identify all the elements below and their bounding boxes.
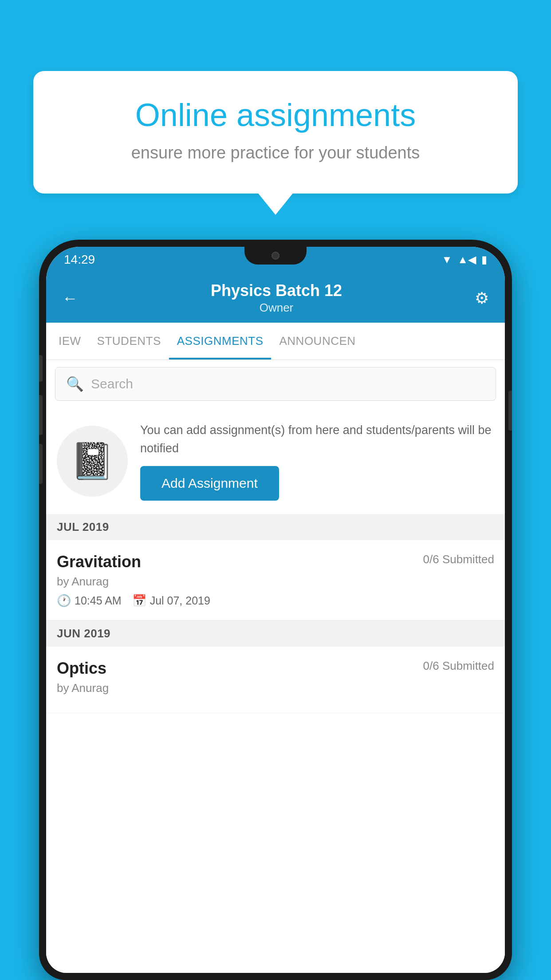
search-bar[interactable]: 🔍 Search: [55, 367, 496, 401]
search-placeholder: Search: [91, 376, 133, 391]
assignment-time: 10:45 AM: [75, 594, 122, 607]
assignment-author-optics: by Anurag: [57, 681, 494, 695]
search-icon: 🔍: [66, 375, 84, 392]
silent-button: [39, 444, 43, 484]
app-header: ← Physics Batch 12 Owner ⚙: [46, 273, 505, 323]
tab-assignments[interactable]: ASSIGNMENTS: [169, 323, 272, 360]
meta-date: 📅 Jul 07, 2019: [132, 594, 210, 608]
back-button[interactable]: ←: [62, 289, 78, 308]
phone-frame: 14:29 ▼ ▲◀ ▮ ← Physics Batch 12 Owner ⚙ …: [39, 240, 512, 980]
assignment-submitted: 0/6 Submitted: [423, 553, 494, 566]
add-assignment-description: You can add assignment(s) from here and …: [140, 421, 494, 457]
battery-icon: ▮: [481, 253, 487, 266]
assignment-author: by Anurag: [57, 575, 494, 589]
assignment-name-optics: Optics: [57, 659, 106, 678]
signal-icon: ▲◀: [457, 253, 476, 266]
section-header-jun: JUN 2019: [46, 620, 505, 647]
assignment-item-optics[interactable]: Optics 0/6 Submitted by Anurag: [46, 647, 505, 713]
assignment-icon-circle: 📓: [57, 426, 128, 497]
tab-announcements[interactable]: ANNOUNCEN: [271, 323, 363, 360]
tab-iew[interactable]: IEW: [51, 323, 89, 360]
add-assignment-section: 📓 You can add assignment(s) from here an…: [46, 408, 505, 514]
status-icons: ▼ ▲◀ ▮: [441, 253, 487, 266]
assignment-item-gravitation[interactable]: Gravitation 0/6 Submitted by Anurag 🕐 10…: [46, 540, 505, 620]
assignment-meta: 🕐 10:45 AM 📅 Jul 07, 2019: [57, 594, 494, 608]
front-camera: [272, 252, 279, 260]
meta-time: 🕐 10:45 AM: [57, 594, 122, 608]
volume-down-button: [39, 395, 43, 435]
assignment-name: Gravitation: [57, 553, 141, 571]
tab-students[interactable]: STUDENTS: [89, 323, 169, 360]
header-title: Physics Batch 12: [78, 281, 475, 300]
search-container: 🔍 Search: [46, 360, 505, 408]
phone-screen: 14:29 ▼ ▲◀ ▮ ← Physics Batch 12 Owner ⚙ …: [46, 247, 505, 973]
assignment-submitted-optics: 0/6 Submitted: [423, 659, 494, 673]
clock-icon: 🕐: [57, 594, 71, 608]
status-bar: 14:29 ▼ ▲◀ ▮: [46, 247, 505, 273]
assignment-item-header-optics: Optics 0/6 Submitted: [57, 659, 494, 678]
notch: [244, 247, 307, 265]
volume-up-button: [39, 355, 43, 382]
status-time: 14:29: [64, 253, 95, 267]
settings-button[interactable]: ⚙: [475, 289, 489, 308]
power-button: [508, 391, 512, 431]
speech-bubble-title: Online assignments: [69, 98, 482, 133]
section-header-jul: JUL 2019: [46, 514, 505, 540]
tabs-bar: IEW STUDENTS ASSIGNMENTS ANNOUNCEN: [46, 323, 505, 360]
notebook-icon: 📓: [70, 440, 114, 482]
header-title-wrap: Physics Batch 12 Owner: [78, 281, 475, 315]
add-assignment-button[interactable]: Add Assignment: [140, 466, 279, 501]
speech-bubble-container: Online assignments ensure more practice …: [33, 71, 518, 194]
content-area: 🔍 Search 📓 You can add assignment(s) fro…: [46, 360, 505, 973]
calendar-icon: 📅: [132, 594, 146, 608]
header-subtitle: Owner: [78, 301, 475, 315]
assignment-item-header: Gravitation 0/6 Submitted: [57, 553, 494, 571]
add-assignment-right: You can add assignment(s) from here and …: [140, 421, 494, 501]
wifi-icon: ▼: [441, 253, 452, 266]
speech-bubble: Online assignments ensure more practice …: [33, 71, 518, 194]
assignment-date: Jul 07, 2019: [150, 594, 210, 607]
speech-bubble-subtitle: ensure more practice for your students: [69, 143, 482, 162]
